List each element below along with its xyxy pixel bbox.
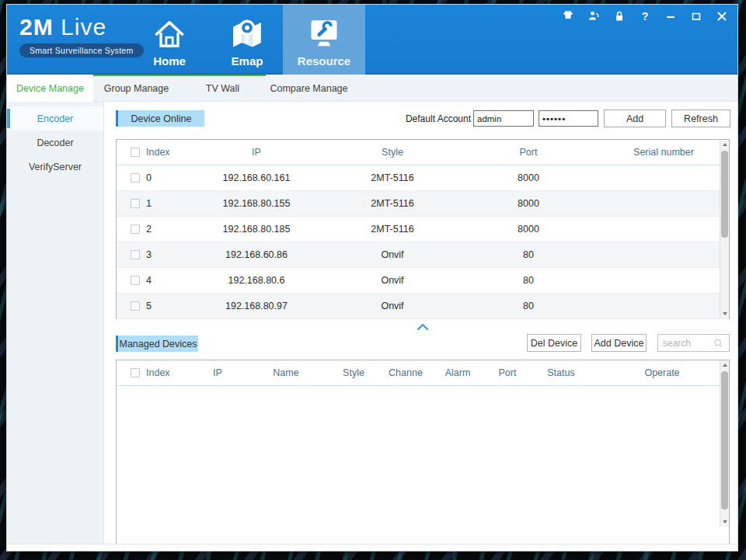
device-online-scrollbar[interactable] bbox=[720, 140, 729, 318]
tab-tv-wall[interactable]: TV Wall bbox=[180, 75, 266, 102]
column-port[interactable]: Port bbox=[458, 147, 598, 158]
cell-index: 3 bbox=[140, 249, 186, 260]
column-name[interactable]: Name bbox=[249, 367, 323, 378]
device-online-row[interactable]: 3192.168.60.86Onvif80 bbox=[117, 242, 729, 268]
add-button[interactable]: Add bbox=[604, 110, 666, 127]
sidebar: Encoder Decoder VerifyServer bbox=[7, 102, 104, 544]
device-online-section-label: Device Online bbox=[116, 110, 204, 127]
row-checkbox[interactable] bbox=[131, 199, 140, 208]
row-checkbox[interactable] bbox=[131, 276, 140, 285]
managed-devices-scrollbar[interactable] bbox=[720, 360, 729, 527]
nav-emap[interactable]: Emap bbox=[211, 5, 283, 75]
switch-user-icon[interactable] bbox=[587, 10, 600, 23]
skin-icon[interactable] bbox=[562, 10, 574, 23]
scroll-up-button[interactable] bbox=[720, 140, 729, 149]
cell-index: 4 bbox=[140, 275, 186, 286]
row-checkbox[interactable] bbox=[131, 173, 140, 183]
lock-icon[interactable] bbox=[613, 10, 626, 23]
sidebar-item-encoder[interactable]: Encoder bbox=[7, 106, 103, 130]
managed-devices-section-label: Managed Devices bbox=[116, 336, 198, 352]
cell-ip: 192.168.80.97 bbox=[186, 301, 326, 311]
column-status[interactable]: Status bbox=[527, 367, 595, 378]
app-header: 2M Live Smart Surveillance System Home bbox=[7, 5, 737, 75]
scroll-thumb[interactable] bbox=[721, 371, 728, 510]
scroll-thumb[interactable] bbox=[721, 151, 728, 238]
tab-compare-manage[interactable]: Compare Manage bbox=[266, 75, 352, 102]
column-ip[interactable]: IP bbox=[186, 367, 249, 378]
sidebar-item-decoder[interactable]: Decoder bbox=[7, 130, 103, 155]
brand-title: 2M Live bbox=[19, 14, 144, 40]
help-icon[interactable]: ? bbox=[639, 10, 651, 23]
select-all-checkbox[interactable] bbox=[131, 148, 140, 157]
scroll-track[interactable] bbox=[720, 370, 729, 517]
cell-style: 2MT-5116 bbox=[326, 198, 458, 209]
minimize-icon[interactable] bbox=[664, 10, 677, 23]
cell-style: 2MT-5116 bbox=[326, 172, 458, 183]
cell-port: 80 bbox=[458, 275, 598, 286]
del-device-button[interactable]: Del Device bbox=[527, 334, 581, 352]
cell-index: 1 bbox=[140, 198, 186, 209]
device-online-row[interactable]: 4192.168.80.6Onvif80 bbox=[117, 268, 729, 294]
cell-checkbox bbox=[117, 250, 140, 259]
account-input[interactable] bbox=[473, 110, 534, 127]
column-port[interactable]: Port bbox=[488, 367, 527, 378]
password-input[interactable] bbox=[539, 110, 598, 127]
device-online-table-body: 0192.168.60.1612MT-511680001192.168.80.1… bbox=[117, 165, 729, 319]
cell-ip: 192.168.80.185 bbox=[186, 224, 326, 235]
brand-subtitle-badge: Smart Surveillance System bbox=[19, 43, 144, 57]
refresh-button[interactable]: Refresh bbox=[671, 110, 730, 127]
column-style[interactable]: Style bbox=[326, 147, 458, 158]
column-alarm[interactable]: Alarm bbox=[427, 367, 488, 378]
select-all-checkbox[interactable] bbox=[131, 368, 140, 377]
row-checkbox[interactable] bbox=[131, 250, 140, 259]
tab-group-manage[interactable]: Group Manage bbox=[93, 75, 180, 102]
search-box bbox=[657, 334, 730, 352]
nav-emap-label: Emap bbox=[232, 54, 263, 68]
scroll-up-button[interactable] bbox=[720, 360, 729, 370]
cell-ip: 192.168.80.155 bbox=[186, 198, 326, 209]
row-checkbox[interactable] bbox=[131, 301, 140, 311]
maximize-icon[interactable] bbox=[690, 10, 702, 23]
device-online-row[interactable]: 1192.168.80.1552MT-51168000 bbox=[117, 191, 729, 217]
tab-bar: Device Manage Group Manage TV Wall Compa… bbox=[7, 75, 737, 102]
device-online-row[interactable]: 2192.168.80.1852MT-51168000 bbox=[117, 217, 729, 242]
cell-style: Onvif bbox=[326, 249, 458, 260]
cell-style: 2MT-5116 bbox=[326, 224, 458, 235]
column-index[interactable]: Index bbox=[140, 147, 186, 158]
brand-light: Live bbox=[61, 14, 106, 40]
column-operate[interactable]: Operate bbox=[595, 367, 729, 378]
app-window: 2M Live Smart Surveillance System Home bbox=[6, 4, 738, 551]
nav-home-label: Home bbox=[153, 54, 186, 68]
cell-port: 80 bbox=[458, 249, 598, 260]
cell-checkbox bbox=[117, 276, 140, 285]
column-index[interactable]: Index bbox=[140, 367, 186, 378]
nav-home[interactable]: Home bbox=[134, 5, 205, 75]
column-channel[interactable]: Channe bbox=[384, 367, 427, 378]
search-icon bbox=[713, 338, 723, 349]
tab-device-manage[interactable]: Device Manage bbox=[7, 75, 93, 102]
nav-resource[interactable]: Resource bbox=[283, 5, 365, 75]
column-style[interactable]: Style bbox=[323, 367, 384, 378]
device-online-row[interactable]: 0192.168.60.1612MT-51168000 bbox=[117, 165, 729, 191]
scroll-down-button[interactable] bbox=[720, 309, 729, 318]
nav-resource-label: Resource bbox=[298, 54, 350, 68]
cell-checkbox bbox=[117, 301, 140, 311]
close-icon[interactable] bbox=[716, 10, 728, 23]
device-online-row[interactable]: 5192.168.80.97Onvif80 bbox=[117, 294, 729, 319]
row-checkbox[interactable] bbox=[131, 224, 140, 234]
add-device-button[interactable]: Add Device bbox=[591, 334, 647, 352]
cell-style: Onvif bbox=[326, 275, 458, 286]
column-serial-number[interactable]: Serial number bbox=[598, 147, 729, 158]
column-ip[interactable]: IP bbox=[186, 147, 326, 158]
search-input[interactable] bbox=[658, 338, 713, 349]
scroll-down-button[interactable] bbox=[720, 517, 729, 527]
collapse-panel-icon[interactable] bbox=[417, 322, 429, 332]
cell-index: 5 bbox=[140, 301, 186, 311]
scroll-track[interactable] bbox=[720, 149, 729, 309]
cell-port: 8000 bbox=[458, 224, 598, 235]
default-account-label: Default Account bbox=[399, 113, 471, 124]
cell-style: Onvif bbox=[326, 301, 458, 311]
sidebar-item-verifyserver[interactable]: VerifyServer bbox=[7, 155, 103, 179]
cell-checkbox bbox=[117, 224, 140, 234]
cell-ip: 192.168.80.6 bbox=[186, 275, 326, 286]
